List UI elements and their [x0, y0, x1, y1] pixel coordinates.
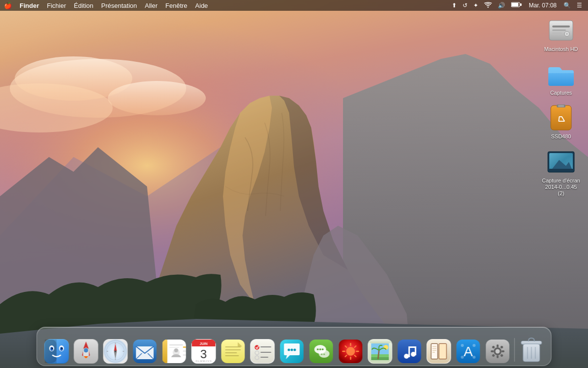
appstore-dock-icon: A	[456, 339, 481, 364]
volume-icon[interactable]: 🔊	[496, 2, 507, 9]
menu-presentation[interactable]: Présentation	[98, 0, 141, 11]
usb-icon-image: ⏢	[547, 104, 575, 131]
svg-rect-13	[552, 29, 566, 31]
dock-item-finder[interactable]	[43, 336, 71, 364]
svg-point-88	[288, 349, 290, 351]
captures-icon[interactable]: Captures	[539, 58, 583, 98]
reminders-dock-icon	[250, 339, 275, 364]
folder-icon-image	[547, 60, 575, 88]
svg-rect-60	[183, 346, 186, 348]
dock-item-messages[interactable]	[278, 336, 306, 364]
svg-point-135	[461, 356, 464, 359]
notification-icon[interactable]: ☰	[575, 2, 584, 9]
svg-point-37	[84, 348, 88, 352]
notes-dock-icon	[221, 339, 245, 364]
svg-text:3: 3	[200, 347, 207, 361]
svg-rect-82	[261, 346, 271, 347]
airplay-icon[interactable]: ⬆︎	[450, 2, 459, 9]
timemachine-icon[interactable]: ↺	[461, 2, 469, 9]
dock-item-notes[interactable]	[220, 336, 247, 364]
dock-item-safari[interactable]	[102, 336, 129, 364]
dock-item-ibooks[interactable]	[425, 336, 453, 364]
svg-point-7	[488, 6, 489, 7]
svg-point-30	[50, 347, 53, 351]
wifi-icon[interactable]	[482, 2, 494, 9]
svg-point-139	[495, 349, 500, 354]
macintosh-hd-icon[interactable]: Macintosh HD	[539, 15, 583, 54]
dock-item-appstore[interactable]: A	[455, 336, 482, 364]
svg-rect-55	[163, 340, 168, 363]
bluetooth-icon[interactable]: ✦	[471, 2, 480, 9]
svg-rect-74	[225, 355, 239, 356]
wechat-dock-icon	[309, 339, 334, 364]
svg-point-94	[317, 348, 319, 350]
dock-item-settings[interactable]	[484, 336, 512, 364]
svg-point-96	[322, 348, 324, 350]
trash-dock-icon	[519, 337, 544, 364]
menu-edition[interactable]: Édition	[70, 0, 98, 11]
dock: JUIN 3 D L M M J V S	[37, 327, 552, 366]
apple-logo: 🍎	[4, 2, 12, 9]
svg-rect-130	[440, 344, 446, 359]
screenshot-icon[interactable]: Capture d'écran 2014-0...0.45 (2)	[539, 146, 583, 199]
spotlight-icon[interactable]: 🔍	[562, 2, 573, 9]
svg-text:A: A	[464, 344, 473, 359]
menu-fenetre[interactable]: Fenêtre	[162, 0, 192, 11]
svg-rect-27	[45, 340, 57, 363]
dock-item-contacts[interactable]	[161, 336, 188, 364]
menubar-right: ⬆︎ ↺ ✦ 🔊 Mar. 07:08	[450, 2, 588, 9]
dock-item-calendar[interactable]: JUIN 3 D L M M J V S	[190, 336, 218, 364]
app-name[interactable]: Finder	[16, 0, 43, 11]
clock-display[interactable]: Mar. 07:08	[526, 2, 560, 9]
mail-dock-icon	[133, 339, 157, 364]
svg-rect-24	[549, 169, 573, 171]
svg-rect-77	[251, 340, 274, 363]
svg-text:⏢: ⏢	[558, 112, 565, 124]
menu-aide[interactable]: Aide	[191, 0, 212, 11]
dock-item-trash[interactable]	[518, 336, 545, 364]
dock-item-flux[interactable]	[337, 336, 365, 364]
calendar-dock-icon: JUIN 3 D L M M J V S	[192, 339, 216, 364]
svg-point-134	[473, 344, 476, 347]
dock-item-itunes[interactable]	[396, 336, 423, 364]
svg-rect-119	[409, 346, 410, 357]
apple-menu[interactable]: 🍎	[0, 0, 16, 11]
messages-dock-icon	[280, 339, 304, 364]
svg-point-100	[346, 347, 355, 356]
svg-rect-14	[552, 32, 562, 34]
battery-icon[interactable]	[509, 2, 524, 9]
dock-item-launchpad[interactable]	[73, 336, 100, 364]
menubar: 🍎 Finder Fichier Édition Présentation Al…	[0, 0, 588, 11]
dock-item-wechat[interactable]	[308, 336, 335, 364]
svg-rect-20	[558, 105, 564, 107]
svg-text:JUIN: JUIN	[200, 342, 208, 345]
screenshot-label: Capture d'écran 2014-0...0.45 (2)	[541, 178, 581, 197]
svg-point-16	[566, 33, 568, 35]
desktop: 🍎 Finder Fichier Édition Présentation Al…	[0, 0, 588, 368]
svg-rect-120	[409, 346, 415, 348]
dock-item-reminders[interactable]	[249, 336, 276, 364]
flux-dock-icon	[339, 339, 363, 364]
svg-rect-141	[497, 355, 499, 358]
dock-separator	[514, 338, 515, 362]
dock-item-mail[interactable]	[131, 336, 159, 364]
menu-aller[interactable]: Aller	[141, 0, 162, 11]
ssd480-icon[interactable]: ⏢ SSD480	[539, 102, 583, 142]
svg-point-98	[323, 353, 325, 355]
captures-label: Captures	[550, 90, 572, 96]
svg-point-133	[461, 344, 464, 347]
dock-item-photos[interactable]	[367, 336, 394, 364]
svg-rect-142	[491, 350, 494, 352]
itunes-dock-icon	[397, 339, 422, 364]
svg-point-97	[321, 353, 322, 355]
svg-rect-111	[371, 357, 389, 360]
svg-point-33	[61, 348, 62, 349]
menu-fichier[interactable]: Fichier	[43, 0, 70, 11]
svg-rect-12	[552, 26, 570, 27]
svg-rect-143	[502, 350, 505, 352]
svg-rect-72	[225, 349, 241, 350]
launchpad-dock-icon	[74, 339, 98, 364]
svg-point-117	[404, 354, 409, 359]
svg-point-90	[294, 349, 296, 351]
svg-rect-140	[497, 344, 499, 347]
